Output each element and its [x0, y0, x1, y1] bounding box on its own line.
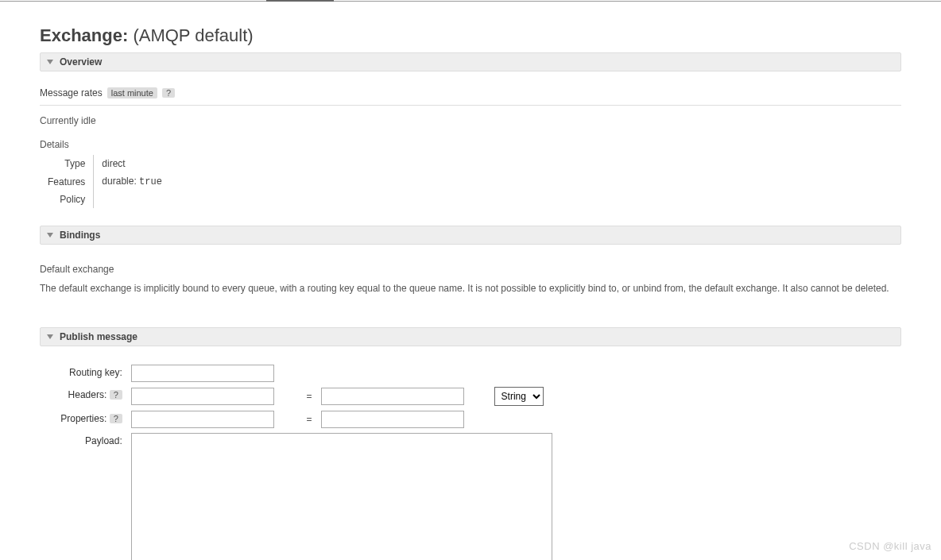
- overview-header-label: Overview: [60, 56, 102, 68]
- top-border: [0, 0, 941, 2]
- equals-sign: =: [303, 410, 317, 429]
- table-row: Policy: [40, 191, 170, 208]
- payload-label: Payload:: [43, 432, 127, 560]
- chevron-down-icon: [47, 60, 53, 64]
- bindings-body: Default exchange The default exchange is…: [40, 245, 901, 327]
- table-row: Features durable: true: [40, 172, 170, 191]
- properties-key-input[interactable]: [131, 411, 274, 428]
- message-rates-row: Message rates last minute ?: [40, 81, 901, 106]
- table-row: Type direct: [40, 155, 170, 172]
- routing-key-input[interactable]: [131, 365, 274, 382]
- bindings-text: The default exchange is implicitly bound…: [40, 281, 901, 295]
- bindings-header-label: Bindings: [60, 230, 100, 241]
- headers-label: Headers: ?: [43, 386, 127, 407]
- chevron-down-icon: [47, 233, 53, 238]
- policy-value: [94, 191, 170, 208]
- active-tab-indicator: [266, 0, 334, 2]
- policy-label: Policy: [40, 191, 94, 208]
- publish-header-label: Publish message: [60, 331, 137, 342]
- chevron-down-icon: [47, 334, 53, 339]
- features-key: durable:: [102, 176, 136, 187]
- idle-status: Currently idle: [40, 106, 901, 136]
- type-value: direct: [94, 155, 170, 172]
- overview-body: Message rates last minute ? Currently id…: [40, 71, 901, 226]
- details-table: Type direct Features durable: true Polic…: [40, 155, 170, 208]
- features-val: true: [139, 176, 162, 187]
- headers-type-select[interactable]: String: [494, 387, 544, 406]
- properties-help-icon[interactable]: ?: [110, 414, 122, 423]
- type-label: Type: [40, 155, 94, 172]
- features-value: durable: true: [94, 172, 170, 191]
- publish-body: Routing key: Headers: ? = String: [40, 346, 901, 560]
- publish-header[interactable]: Publish message: [40, 327, 901, 346]
- page-title: Exchange: (AMQP default): [40, 25, 901, 46]
- headers-key-input[interactable]: [131, 388, 274, 405]
- overview-header[interactable]: Overview: [40, 52, 901, 71]
- title-prefix: Exchange:: [40, 25, 133, 45]
- rates-period-pill[interactable]: last minute: [107, 87, 157, 98]
- bindings-header[interactable]: Bindings: [40, 226, 901, 245]
- routing-key-label: Routing key:: [43, 364, 127, 383]
- bindings-subheader: Default exchange: [40, 264, 901, 275]
- features-label: Features: [40, 172, 94, 191]
- properties-value-input[interactable]: [321, 411, 464, 428]
- message-rates-label: Message rates: [40, 87, 103, 98]
- watermark: CSDN @kill java: [849, 540, 931, 552]
- properties-label: Properties: ?: [43, 410, 127, 429]
- details-label: Details: [40, 136, 901, 155]
- equals-sign: =: [303, 386, 317, 407]
- headers-value-input[interactable]: [321, 388, 464, 405]
- publish-form: Routing key: Headers: ? = String: [40, 361, 556, 560]
- title-exchange-name: (AMQP default): [133, 25, 253, 45]
- rates-help-icon[interactable]: ?: [162, 88, 175, 98]
- payload-textarea[interactable]: [131, 433, 552, 560]
- headers-help-icon[interactable]: ?: [110, 390, 122, 400]
